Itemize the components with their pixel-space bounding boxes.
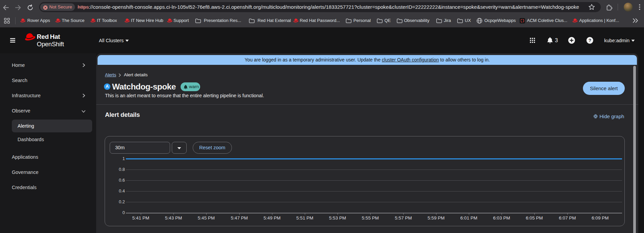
- svg-text:?: ?: [588, 38, 591, 43]
